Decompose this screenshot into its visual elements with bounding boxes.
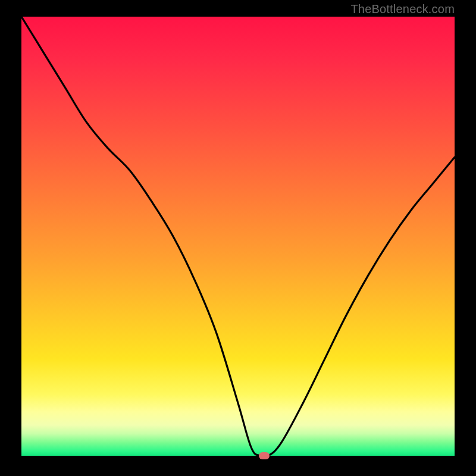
bottleneck-curve <box>21 17 455 456</box>
attribution-text: TheBottleneck.com <box>350 2 455 16</box>
curve-path <box>21 17 455 458</box>
chart-frame: TheBottleneck.com <box>0 0 476 476</box>
minimum-marker <box>259 452 270 459</box>
plot-area <box>21 17 455 456</box>
